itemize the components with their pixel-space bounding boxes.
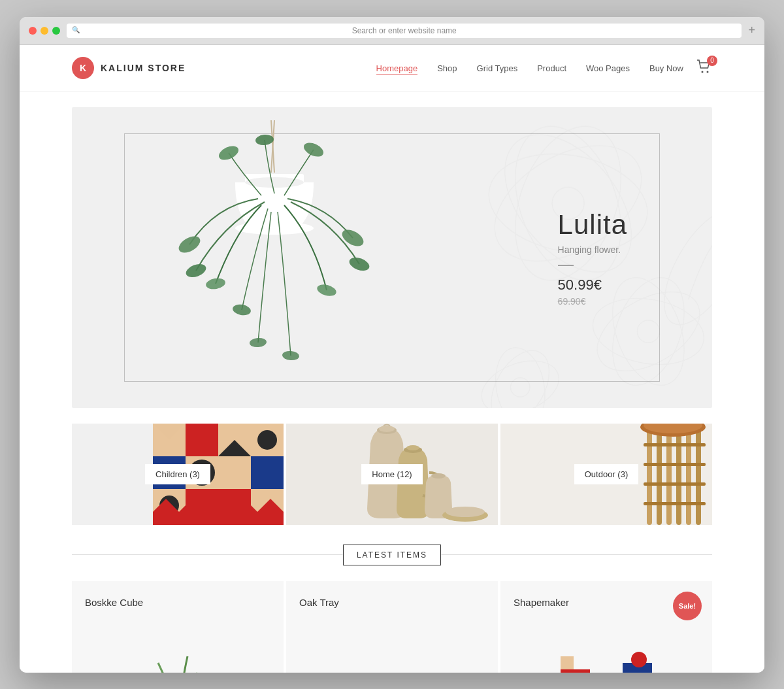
svg-rect-80 bbox=[561, 669, 590, 673]
svg-point-32 bbox=[249, 337, 267, 347]
latest-items-divider: LATEST ITEMS bbox=[72, 545, 712, 565]
section-title-latest: LATEST ITEMS bbox=[343, 545, 441, 565]
minimize-button[interactable] bbox=[41, 27, 48, 35]
svg-rect-43 bbox=[218, 456, 251, 489]
svg-point-34 bbox=[217, 143, 241, 163]
main-nav: K KALIUM STORE Homepage Shop Grid Types … bbox=[20, 45, 764, 92]
nav-link-shop[interactable]: Shop bbox=[437, 63, 457, 73]
svg-rect-68 bbox=[644, 463, 706, 466]
svg-point-84 bbox=[631, 652, 647, 667]
products-grid: Boskke Cube bbox=[72, 581, 712, 673]
product-thumb-boskke bbox=[72, 624, 284, 673]
sale-badge: Sale! bbox=[673, 592, 702, 620]
svg-point-36 bbox=[302, 140, 326, 160]
svg-rect-69 bbox=[644, 482, 706, 486]
product-card-oak[interactable]: Oak Tray bbox=[286, 581, 498, 673]
nav-item-buy-now[interactable]: Buy Now bbox=[649, 62, 683, 74]
svg-rect-65 bbox=[686, 424, 691, 525]
svg-rect-38 bbox=[186, 424, 218, 456]
categories-section: Children (3) bbox=[72, 424, 712, 525]
svg-point-35 bbox=[255, 133, 274, 145]
product-card-inner-boskke: Boskke Cube bbox=[72, 581, 284, 618]
product-name-boskke: Boskke Cube bbox=[85, 597, 270, 608]
svg-rect-83 bbox=[561, 656, 574, 669]
svg-point-53 bbox=[257, 430, 277, 450]
category-outdoor[interactable]: Outdoor (3) bbox=[500, 424, 712, 525]
divider-right bbox=[441, 554, 712, 555]
category-children[interactable]: Children (3) bbox=[72, 424, 284, 525]
svg-rect-64 bbox=[676, 424, 681, 525]
nav-item-shop[interactable]: Shop bbox=[437, 62, 457, 74]
svg-text:K: K bbox=[80, 63, 86, 73]
svg-point-25 bbox=[176, 233, 203, 256]
shapemaker-illustration bbox=[554, 643, 659, 673]
svg-point-27 bbox=[205, 277, 226, 290]
address-text: Search or enter website name bbox=[352, 26, 457, 35]
product-name-oak: Oak Tray bbox=[299, 597, 485, 608]
oak-tray-illustration bbox=[340, 637, 444, 673]
cart-badge: 0 bbox=[707, 56, 717, 66]
svg-point-29 bbox=[339, 226, 366, 249]
browser-content: K KALIUM STORE Homepage Shop Grid Types … bbox=[20, 45, 764, 673]
svg-point-60 bbox=[446, 507, 485, 517]
product-name-shapemaker: Shapemaker bbox=[514, 597, 699, 608]
hero-old-price: 69.90€ bbox=[558, 295, 627, 306]
browser-window: Search or enter website name + K KALIUM … bbox=[20, 17, 764, 673]
nav-link-woo-pages[interactable]: Woo Pages bbox=[586, 63, 630, 73]
hero-subtitle: Hanging flower. bbox=[558, 244, 627, 254]
nav-link-buy-now[interactable]: Buy Now bbox=[649, 63, 683, 73]
logo-icon: K bbox=[72, 57, 94, 79]
svg-rect-67 bbox=[644, 443, 706, 446]
svg-rect-63 bbox=[666, 424, 672, 525]
category-home-label: Home (12) bbox=[361, 464, 422, 484]
hero-section: Lulita Hanging flower. 50.99€ 69.90€ bbox=[72, 107, 712, 408]
logo[interactable]: K KALIUM STORE bbox=[72, 57, 186, 79]
hero-title: Lulita bbox=[558, 209, 627, 240]
nav-links: Homepage Shop Grid Types Product Woo Pag… bbox=[376, 62, 683, 74]
svg-point-3 bbox=[707, 71, 709, 73]
product-card-boskke[interactable]: Boskke Cube bbox=[72, 581, 284, 673]
svg-rect-66 bbox=[696, 424, 701, 525]
svg-point-28 bbox=[232, 303, 252, 316]
category-outdoor-label: Outdoor (3) bbox=[574, 464, 638, 484]
category-children-label: Children (3) bbox=[145, 464, 210, 484]
svg-point-2 bbox=[702, 71, 704, 73]
product-card-shapemaker[interactable]: Sale! Shapemaker bbox=[500, 581, 712, 673]
nav-item-grid-types[interactable]: Grid Types bbox=[477, 62, 518, 74]
svg-point-31 bbox=[316, 282, 337, 297]
svg-point-55 bbox=[379, 426, 395, 432]
nav-item-homepage[interactable]: Homepage bbox=[376, 62, 418, 74]
plant-container bbox=[150, 107, 399, 408]
svg-point-30 bbox=[348, 255, 371, 273]
logo-text: KALIUM STORE bbox=[101, 63, 186, 73]
hanging-plant-svg bbox=[163, 120, 385, 395]
nav-item-woo-pages[interactable]: Woo Pages bbox=[586, 62, 630, 74]
boskke-illustration bbox=[125, 637, 230, 673]
category-home[interactable]: Home (12) bbox=[286, 424, 498, 525]
maximize-button[interactable] bbox=[52, 27, 60, 35]
browser-chrome: Search or enter website name + bbox=[20, 17, 764, 45]
hero-text: Lulita Hanging flower. 50.99€ 69.90€ bbox=[558, 209, 627, 306]
product-card-inner-oak: Oak Tray bbox=[286, 581, 498, 618]
new-tab-button[interactable]: + bbox=[748, 24, 755, 37]
svg-point-26 bbox=[184, 261, 208, 280]
product-thumb-shapemaker bbox=[500, 624, 712, 673]
svg-point-57 bbox=[406, 445, 419, 450]
svg-point-58 bbox=[431, 473, 446, 479]
hero-divider bbox=[558, 265, 574, 265]
svg-rect-44 bbox=[251, 456, 284, 489]
nav-link-product[interactable]: Product bbox=[537, 63, 566, 73]
nav-link-grid-types[interactable]: Grid Types bbox=[477, 63, 518, 73]
svg-point-33 bbox=[282, 350, 299, 360]
nav-link-homepage[interactable]: Homepage bbox=[376, 63, 418, 75]
svg-rect-62 bbox=[657, 424, 662, 525]
cart-icon[interactable]: 0 bbox=[696, 59, 712, 76]
product-thumb-oak bbox=[286, 624, 498, 673]
hero-price: 50.99€ bbox=[558, 276, 627, 293]
divider-left bbox=[72, 554, 343, 555]
svg-rect-70 bbox=[644, 502, 706, 505]
address-bar[interactable]: Search or enter website name bbox=[67, 24, 742, 38]
traffic-lights bbox=[29, 27, 60, 35]
nav-item-product[interactable]: Product bbox=[537, 62, 566, 74]
close-button[interactable] bbox=[29, 27, 37, 35]
